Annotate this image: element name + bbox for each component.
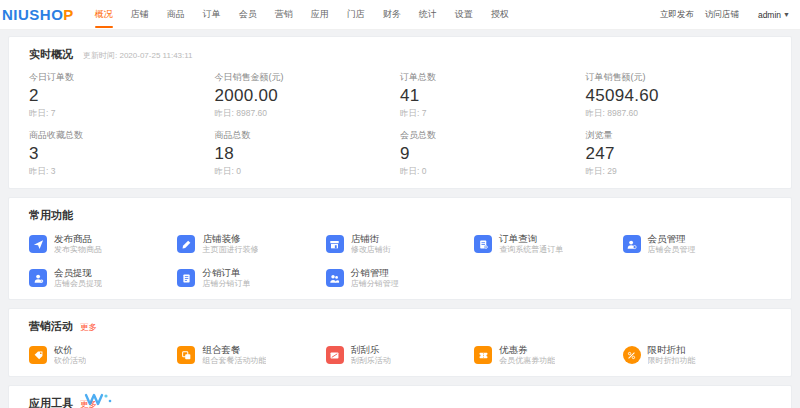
- feature-subtitle: 砍价活动: [54, 356, 86, 366]
- feature-title: 优惠券: [499, 344, 555, 356]
- stat-card-1: 今日销售金额(元)2000.00昨日: 8987.60: [215, 71, 401, 120]
- nav-item-2[interactable]: 商品: [158, 0, 194, 30]
- header-actions: 立即发布访问店铺 admin ▼: [660, 9, 790, 21]
- top-header: NIUSHOP 概况店铺商品订单会员营销应用门店财务统计设置授权 立即发布访问店…: [0, 0, 800, 30]
- bargain-icon: [29, 346, 47, 364]
- header-link-1[interactable]: 访问店铺: [705, 9, 739, 21]
- feature-item[interactable]: 发布商品发布实物商品: [29, 233, 177, 255]
- member-manage-icon: [623, 235, 641, 253]
- feature-item[interactable]: 优惠券会员优惠券功能: [474, 344, 622, 366]
- stat-card-3: 订单销售额(元)45094.60昨日: 8987.60: [586, 71, 772, 120]
- stat-label: 今日订单数: [29, 71, 215, 84]
- feature-card-1: 营销活动更多砍价砍价活动组合套餐组合套餐活动功能刮刮乐刮刮乐活动优惠券会员优惠券…: [8, 308, 792, 377]
- storefront-icon: [326, 235, 344, 253]
- stat-label: 订单总数: [400, 71, 586, 84]
- combo-icon: [177, 346, 195, 364]
- feature-grid: 发布商品发布实物商品店铺装修主页面进行装修店铺街修改店铺街订单查询查询系统普通订…: [29, 233, 771, 289]
- nav-item-1[interactable]: 店铺: [122, 0, 158, 30]
- feature-title: 刮刮乐: [351, 344, 391, 356]
- nav-item-8[interactable]: 财务: [374, 0, 410, 30]
- stats-grid: 今日订单数2昨日: 7今日销售金额(元)2000.00昨日: 8987.60订单…: [29, 71, 771, 178]
- distribution-order-icon: [177, 269, 195, 287]
- user-name: admin: [758, 10, 781, 20]
- dashboard-main: 实时概况 更新时间: 2020-07-25 11:43:11 今日订单数2昨日:…: [0, 30, 800, 408]
- stat-sub: 昨日: 3: [29, 166, 215, 178]
- nav-item-10[interactable]: 设置: [446, 0, 482, 30]
- chevron-down-icon: ▼: [783, 11, 790, 18]
- feature-subtitle: 主页面进行装修: [202, 245, 258, 255]
- feature-item[interactable]: 店铺街修改店铺街: [326, 233, 474, 255]
- stat-card-5: 商品总数18昨日: 0: [215, 129, 401, 178]
- feature-subtitle: 修改店铺街: [351, 245, 391, 255]
- feature-card-2: 应用工具更多电子面单物流电子面单打印分销分销活动微信圈子朋友间的好物分享小程序直…: [8, 385, 792, 408]
- feature-item[interactable]: 会员提现店铺会员提现: [29, 267, 177, 289]
- feature-title: 限时折扣: [648, 344, 696, 356]
- nav-item-11[interactable]: 授权: [482, 0, 518, 30]
- section-title: 营销活动: [29, 319, 73, 334]
- feature-title: 分销订单: [202, 267, 250, 279]
- user-menu[interactable]: admin ▼: [758, 10, 790, 20]
- stat-card-4: 商品收藏总数3昨日: 3: [29, 129, 215, 178]
- feature-subtitle: 店铺分销管理: [351, 279, 399, 289]
- feature-subtitle: 组合套餐活动功能: [202, 356, 266, 366]
- stat-value: 9: [400, 144, 586, 164]
- feature-item[interactable]: 分销订单店铺分销订单: [177, 267, 325, 289]
- stat-card-0: 今日订单数2昨日: 7: [29, 71, 215, 120]
- discount-icon: [623, 346, 641, 364]
- member-withdraw-icon: [29, 269, 47, 287]
- stat-label: 会员总数: [400, 129, 586, 142]
- feature-subtitle: 店铺会员提现: [54, 279, 102, 289]
- feature-grid: 砍价砍价活动组合套餐组合套餐活动功能刮刮乐刮刮乐活动优惠券会员优惠券功能限时折扣…: [29, 344, 771, 366]
- update-time-value: 2020-07-25 11:43:11: [119, 51, 192, 60]
- nav-item-6[interactable]: 应用: [302, 0, 338, 30]
- feature-item[interactable]: 订单查询查询系统普通订单: [474, 233, 622, 255]
- stat-card-6: 会员总数9昨日: 0: [400, 129, 586, 178]
- order-search-icon: [474, 235, 492, 253]
- overview-title: 实时概况: [29, 47, 73, 62]
- feature-item[interactable]: 分销管理店铺分销管理: [326, 267, 474, 289]
- nav-item-9[interactable]: 统计: [410, 0, 446, 30]
- feature-subtitle: 查询系统普通订单: [499, 245, 563, 255]
- stat-value: 2: [29, 86, 215, 106]
- feature-sections: 常用功能发布商品发布实物商品店铺装修主页面进行装修店铺街修改店铺街订单查询查询系…: [8, 197, 792, 408]
- app-logo[interactable]: NIUSHOP: [2, 6, 74, 23]
- distribution-manage-icon: [326, 269, 344, 287]
- feature-title: 订单查询: [499, 233, 563, 245]
- main-nav: 概况店铺商品订单会员营销应用门店财务统计设置授权: [86, 0, 518, 30]
- feature-title: 组合套餐: [202, 344, 266, 356]
- feature-item[interactable]: 限时折扣限时折扣功能: [623, 344, 771, 366]
- nav-item-0[interactable]: 概况: [86, 0, 122, 30]
- stat-label: 订单销售额(元): [586, 71, 772, 84]
- feature-subtitle: 店铺分销订单: [202, 279, 250, 289]
- section-title: 应用工具: [29, 396, 73, 408]
- feature-title: 会员提现: [54, 267, 102, 279]
- stat-label: 今日销售金额(元): [215, 71, 401, 84]
- feature-subtitle: 限时折扣功能: [648, 356, 696, 366]
- nav-item-3[interactable]: 订单: [194, 0, 230, 30]
- stat-sub: 昨日: 0: [215, 166, 401, 178]
- stat-value: 41: [400, 86, 586, 106]
- stat-value: 247: [586, 144, 772, 164]
- nav-item-5[interactable]: 营销: [266, 0, 302, 30]
- feature-item[interactable]: 店铺装修主页面进行装修: [177, 233, 325, 255]
- stat-sub: 昨日: 8987.60: [215, 108, 401, 120]
- feature-item[interactable]: 刮刮乐刮刮乐活动: [326, 344, 474, 366]
- section-title: 常用功能: [29, 208, 73, 223]
- more-link[interactable]: 更多: [80, 322, 97, 334]
- scratch-icon: [326, 346, 344, 364]
- feature-title: 分销管理: [351, 267, 399, 279]
- nav-item-7[interactable]: 门店: [338, 0, 374, 30]
- stat-value: 45094.60: [586, 86, 772, 106]
- feature-item[interactable]: 组合套餐组合套餐活动功能: [177, 344, 325, 366]
- stat-label: 商品总数: [215, 129, 401, 142]
- nav-item-4[interactable]: 会员: [230, 0, 266, 30]
- coupon-icon: [474, 346, 492, 364]
- stat-sub: 昨日: 0: [400, 166, 586, 178]
- stat-sub: 昨日: 7: [400, 108, 586, 120]
- feature-item[interactable]: 会员管理店铺会员管理: [623, 233, 771, 255]
- feature-card-0: 常用功能发布商品发布实物商品店铺装修主页面进行装修店铺街修改店铺街订单查询查询系…: [8, 197, 792, 300]
- feature-item[interactable]: 砍价砍价活动: [29, 344, 177, 366]
- stat-label: 商品收藏总数: [29, 129, 215, 142]
- update-time: 更新时间: 2020-07-25 11:43:11: [83, 50, 193, 61]
- header-link-0[interactable]: 立即发布: [660, 9, 694, 21]
